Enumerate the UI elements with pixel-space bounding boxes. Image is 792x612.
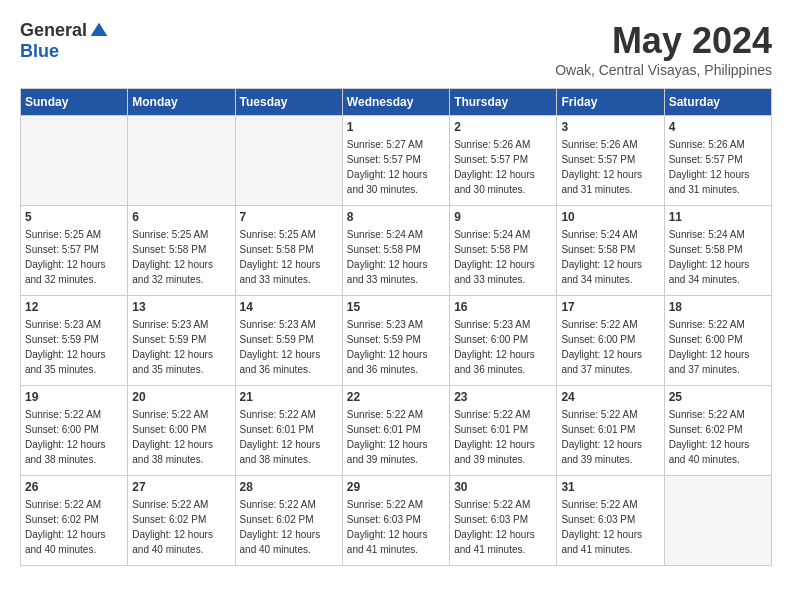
day-header-thursday: Thursday <box>450 89 557 116</box>
day-header-wednesday: Wednesday <box>342 89 449 116</box>
calendar-cell: 26Sunrise: 5:22 AMSunset: 6:02 PMDayligh… <box>21 476 128 566</box>
day-info: Sunrise: 5:23 AMSunset: 5:59 PMDaylight:… <box>132 317 230 377</box>
calendar-cell: 27Sunrise: 5:22 AMSunset: 6:02 PMDayligh… <box>128 476 235 566</box>
day-number: 1 <box>347 120 445 134</box>
day-info: Sunrise: 5:22 AMSunset: 6:00 PMDaylight:… <box>132 407 230 467</box>
day-number: 5 <box>25 210 123 224</box>
day-info: Sunrise: 5:24 AMSunset: 5:58 PMDaylight:… <box>561 227 659 287</box>
day-info: Sunrise: 5:25 AMSunset: 5:58 PMDaylight:… <box>240 227 338 287</box>
day-number: 9 <box>454 210 552 224</box>
day-info: Sunrise: 5:22 AMSunset: 6:03 PMDaylight:… <box>454 497 552 557</box>
calendar-cell: 28Sunrise: 5:22 AMSunset: 6:02 PMDayligh… <box>235 476 342 566</box>
day-number: 12 <box>25 300 123 314</box>
day-number: 31 <box>561 480 659 494</box>
day-info: Sunrise: 5:24 AMSunset: 5:58 PMDaylight:… <box>669 227 767 287</box>
day-number: 10 <box>561 210 659 224</box>
day-info: Sunrise: 5:25 AMSunset: 5:58 PMDaylight:… <box>132 227 230 287</box>
day-info: Sunrise: 5:22 AMSunset: 6:02 PMDaylight:… <box>669 407 767 467</box>
calendar-cell: 24Sunrise: 5:22 AMSunset: 6:01 PMDayligh… <box>557 386 664 476</box>
day-number: 3 <box>561 120 659 134</box>
page-header: General Blue May 2024 Owak, Central Visa… <box>20 20 772 78</box>
day-info: Sunrise: 5:22 AMSunset: 6:01 PMDaylight:… <box>561 407 659 467</box>
calendar-cell <box>128 116 235 206</box>
day-info: Sunrise: 5:22 AMSunset: 6:00 PMDaylight:… <box>561 317 659 377</box>
day-header-friday: Friday <box>557 89 664 116</box>
day-info: Sunrise: 5:22 AMSunset: 6:02 PMDaylight:… <box>240 497 338 557</box>
day-info: Sunrise: 5:23 AMSunset: 5:59 PMDaylight:… <box>25 317 123 377</box>
day-number: 4 <box>669 120 767 134</box>
day-number: 24 <box>561 390 659 404</box>
day-info: Sunrise: 5:23 AMSunset: 6:00 PMDaylight:… <box>454 317 552 377</box>
calendar-cell: 21Sunrise: 5:22 AMSunset: 6:01 PMDayligh… <box>235 386 342 476</box>
day-number: 30 <box>454 480 552 494</box>
day-info: Sunrise: 5:26 AMSunset: 5:57 PMDaylight:… <box>669 137 767 197</box>
day-number: 17 <box>561 300 659 314</box>
day-info: Sunrise: 5:22 AMSunset: 6:03 PMDaylight:… <box>347 497 445 557</box>
logo-general: General <box>20 20 87 41</box>
day-info: Sunrise: 5:22 AMSunset: 6:01 PMDaylight:… <box>454 407 552 467</box>
calendar-cell: 10Sunrise: 5:24 AMSunset: 5:58 PMDayligh… <box>557 206 664 296</box>
calendar-cell: 2Sunrise: 5:26 AMSunset: 5:57 PMDaylight… <box>450 116 557 206</box>
logo: General Blue <box>20 20 109 62</box>
day-number: 28 <box>240 480 338 494</box>
day-number: 6 <box>132 210 230 224</box>
calendar-cell: 13Sunrise: 5:23 AMSunset: 5:59 PMDayligh… <box>128 296 235 386</box>
day-number: 20 <box>132 390 230 404</box>
day-info: Sunrise: 5:22 AMSunset: 6:00 PMDaylight:… <box>25 407 123 467</box>
calendar-cell: 25Sunrise: 5:22 AMSunset: 6:02 PMDayligh… <box>664 386 771 476</box>
day-info: Sunrise: 5:22 AMSunset: 6:02 PMDaylight:… <box>132 497 230 557</box>
day-info: Sunrise: 5:22 AMSunset: 6:00 PMDaylight:… <box>669 317 767 377</box>
week-row-3: 12Sunrise: 5:23 AMSunset: 5:59 PMDayligh… <box>21 296 772 386</box>
day-number: 19 <box>25 390 123 404</box>
calendar-cell: 23Sunrise: 5:22 AMSunset: 6:01 PMDayligh… <box>450 386 557 476</box>
calendar-cell: 4Sunrise: 5:26 AMSunset: 5:57 PMDaylight… <box>664 116 771 206</box>
day-number: 27 <box>132 480 230 494</box>
header-row: SundayMondayTuesdayWednesdayThursdayFrid… <box>21 89 772 116</box>
day-header-tuesday: Tuesday <box>235 89 342 116</box>
calendar-cell: 3Sunrise: 5:26 AMSunset: 5:57 PMDaylight… <box>557 116 664 206</box>
calendar-cell: 5Sunrise: 5:25 AMSunset: 5:57 PMDaylight… <box>21 206 128 296</box>
month-title: May 2024 <box>555 20 772 62</box>
calendar-cell: 29Sunrise: 5:22 AMSunset: 6:03 PMDayligh… <box>342 476 449 566</box>
day-info: Sunrise: 5:24 AMSunset: 5:58 PMDaylight:… <box>347 227 445 287</box>
day-number: 25 <box>669 390 767 404</box>
calendar-cell: 8Sunrise: 5:24 AMSunset: 5:58 PMDaylight… <box>342 206 449 296</box>
day-info: Sunrise: 5:22 AMSunset: 6:03 PMDaylight:… <box>561 497 659 557</box>
logo-blue: Blue <box>20 41 59 62</box>
day-number: 21 <box>240 390 338 404</box>
calendar-cell: 22Sunrise: 5:22 AMSunset: 6:01 PMDayligh… <box>342 386 449 476</box>
calendar-cell: 11Sunrise: 5:24 AMSunset: 5:58 PMDayligh… <box>664 206 771 296</box>
day-info: Sunrise: 5:22 AMSunset: 6:01 PMDaylight:… <box>347 407 445 467</box>
calendar-cell: 14Sunrise: 5:23 AMSunset: 5:59 PMDayligh… <box>235 296 342 386</box>
day-number: 16 <box>454 300 552 314</box>
day-number: 18 <box>669 300 767 314</box>
calendar-cell <box>664 476 771 566</box>
day-number: 15 <box>347 300 445 314</box>
day-number: 13 <box>132 300 230 314</box>
day-info: Sunrise: 5:27 AMSunset: 5:57 PMDaylight:… <box>347 137 445 197</box>
calendar-cell <box>235 116 342 206</box>
day-number: 7 <box>240 210 338 224</box>
day-info: Sunrise: 5:26 AMSunset: 5:57 PMDaylight:… <box>454 137 552 197</box>
week-row-1: 1Sunrise: 5:27 AMSunset: 5:57 PMDaylight… <box>21 116 772 206</box>
day-number: 2 <box>454 120 552 134</box>
day-number: 22 <box>347 390 445 404</box>
title-area: May 2024 Owak, Central Visayas, Philippi… <box>555 20 772 78</box>
calendar-cell: 19Sunrise: 5:22 AMSunset: 6:00 PMDayligh… <box>21 386 128 476</box>
calendar-cell: 9Sunrise: 5:24 AMSunset: 5:58 PMDaylight… <box>450 206 557 296</box>
day-number: 14 <box>240 300 338 314</box>
logo-icon <box>89 21 109 41</box>
day-header-monday: Monday <box>128 89 235 116</box>
calendar-cell: 17Sunrise: 5:22 AMSunset: 6:00 PMDayligh… <box>557 296 664 386</box>
calendar-cell <box>21 116 128 206</box>
calendar-cell: 1Sunrise: 5:27 AMSunset: 5:57 PMDaylight… <box>342 116 449 206</box>
week-row-2: 5Sunrise: 5:25 AMSunset: 5:57 PMDaylight… <box>21 206 772 296</box>
day-info: Sunrise: 5:24 AMSunset: 5:58 PMDaylight:… <box>454 227 552 287</box>
day-info: Sunrise: 5:22 AMSunset: 6:02 PMDaylight:… <box>25 497 123 557</box>
day-number: 29 <box>347 480 445 494</box>
day-number: 8 <box>347 210 445 224</box>
svg-marker-0 <box>91 22 108 35</box>
calendar-cell: 15Sunrise: 5:23 AMSunset: 5:59 PMDayligh… <box>342 296 449 386</box>
day-number: 26 <box>25 480 123 494</box>
calendar-cell: 16Sunrise: 5:23 AMSunset: 6:00 PMDayligh… <box>450 296 557 386</box>
